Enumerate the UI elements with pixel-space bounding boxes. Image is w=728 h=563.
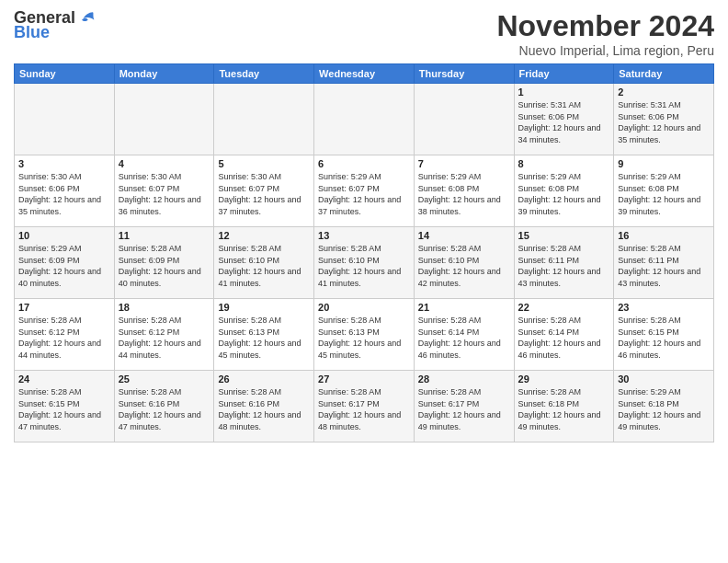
day-info: Sunrise: 5:28 AM Sunset: 6:10 PM Dayligh…: [418, 243, 510, 289]
day-number: 30: [618, 373, 710, 385]
day-info: Sunrise: 5:31 AM Sunset: 6:06 PM Dayligh…: [618, 99, 710, 145]
calendar-cell: 5Sunrise: 5:30 AM Sunset: 6:07 PM Daylig…: [214, 155, 314, 227]
day-number: 19: [218, 302, 310, 313]
day-info: Sunrise: 5:28 AM Sunset: 6:12 PM Dayligh…: [18, 315, 110, 361]
page: General Blue November 2024 Nuevo Imperia…: [0, 0, 728, 563]
col-header-sunday: Sunday: [15, 64, 115, 84]
calendar-cell: 9Sunrise: 5:29 AM Sunset: 6:08 PM Daylig…: [614, 155, 714, 227]
day-number: 28: [418, 373, 510, 385]
day-info: Sunrise: 5:29 AM Sunset: 6:18 PM Dayligh…: [618, 386, 710, 432]
day-info: Sunrise: 5:31 AM Sunset: 6:06 PM Dayligh…: [518, 99, 610, 145]
day-number: 10: [18, 230, 110, 241]
week-row-1: 1Sunrise: 5:31 AM Sunset: 6:06 PM Daylig…: [15, 84, 714, 155]
location-subtitle: Nuevo Imperial, Lima region, Peru: [496, 43, 714, 58]
day-number: 7: [418, 158, 510, 169]
day-number: 4: [119, 158, 210, 169]
day-number: 1: [518, 86, 610, 98]
calendar-cell: 1Sunrise: 5:31 AM Sunset: 6:06 PM Daylig…: [514, 84, 614, 155]
calendar-cell: 14Sunrise: 5:28 AM Sunset: 6:10 PM Dayli…: [414, 227, 514, 299]
calendar-cell: 22Sunrise: 5:28 AM Sunset: 6:14 PM Dayli…: [514, 299, 614, 371]
day-number: 21: [418, 302, 510, 313]
calendar-cell: [214, 84, 314, 155]
day-number: 24: [18, 373, 110, 385]
day-info: Sunrise: 5:28 AM Sunset: 6:17 PM Dayligh…: [418, 386, 510, 432]
calendar-cell: 30Sunrise: 5:29 AM Sunset: 6:18 PM Dayli…: [614, 371, 714, 442]
calendar-cell: 24Sunrise: 5:28 AM Sunset: 6:15 PM Dayli…: [15, 371, 115, 442]
day-info: Sunrise: 5:28 AM Sunset: 6:10 PM Dayligh…: [218, 243, 310, 289]
day-number: 11: [119, 230, 210, 241]
day-info: Sunrise: 5:28 AM Sunset: 6:18 PM Dayligh…: [518, 386, 610, 432]
day-info: Sunrise: 5:28 AM Sunset: 6:12 PM Dayligh…: [119, 315, 210, 361]
logo-bird-icon: [77, 9, 96, 28]
calendar-cell: 6Sunrise: 5:29 AM Sunset: 6:07 PM Daylig…: [314, 155, 415, 227]
day-number: 8: [518, 158, 610, 169]
day-info: Sunrise: 5:28 AM Sunset: 6:16 PM Dayligh…: [218, 386, 310, 432]
calendar-cell: 23Sunrise: 5:28 AM Sunset: 6:15 PM Dayli…: [614, 299, 714, 371]
col-header-tuesday: Tuesday: [214, 64, 314, 84]
day-info: Sunrise: 5:29 AM Sunset: 6:07 PM Dayligh…: [318, 171, 410, 217]
day-number: 16: [618, 230, 710, 241]
day-number: 26: [218, 373, 310, 385]
calendar-cell: 11Sunrise: 5:28 AM Sunset: 6:09 PM Dayli…: [114, 227, 214, 299]
day-info: Sunrise: 5:28 AM Sunset: 6:15 PM Dayligh…: [18, 386, 110, 432]
logo: General Blue: [14, 9, 96, 42]
calendar-cell: [114, 84, 214, 155]
day-info: Sunrise: 5:28 AM Sunset: 6:09 PM Dayligh…: [119, 243, 210, 289]
day-info: Sunrise: 5:28 AM Sunset: 6:13 PM Dayligh…: [218, 315, 310, 361]
col-header-monday: Monday: [114, 64, 214, 84]
month-title: November 2024: [496, 9, 714, 43]
day-number: 5: [218, 158, 310, 169]
calendar-cell: 29Sunrise: 5:28 AM Sunset: 6:18 PM Dayli…: [514, 371, 614, 442]
day-number: 17: [18, 302, 110, 313]
day-info: Sunrise: 5:28 AM Sunset: 6:11 PM Dayligh…: [618, 243, 710, 289]
calendar-cell: 19Sunrise: 5:28 AM Sunset: 6:13 PM Dayli…: [214, 299, 314, 371]
day-number: 18: [119, 302, 210, 313]
week-row-5: 24Sunrise: 5:28 AM Sunset: 6:15 PM Dayli…: [15, 371, 714, 442]
calendar-cell: [15, 84, 115, 155]
col-header-thursday: Thursday: [414, 64, 514, 84]
calendar-cell: 4Sunrise: 5:30 AM Sunset: 6:07 PM Daylig…: [114, 155, 214, 227]
day-number: 20: [318, 302, 410, 313]
header: General Blue November 2024 Nuevo Imperia…: [14, 9, 714, 58]
day-info: Sunrise: 5:28 AM Sunset: 6:10 PM Dayligh…: [318, 243, 410, 289]
day-number: 23: [618, 302, 710, 313]
day-number: 29: [518, 373, 610, 385]
calendar-cell: 21Sunrise: 5:28 AM Sunset: 6:14 PM Dayli…: [414, 299, 514, 371]
calendar-cell: 10Sunrise: 5:29 AM Sunset: 6:09 PM Dayli…: [15, 227, 115, 299]
calendar-cell: 16Sunrise: 5:28 AM Sunset: 6:11 PM Dayli…: [614, 227, 714, 299]
day-number: 13: [318, 230, 410, 241]
calendar-cell: 13Sunrise: 5:28 AM Sunset: 6:10 PM Dayli…: [314, 227, 415, 299]
day-info: Sunrise: 5:28 AM Sunset: 6:16 PM Dayligh…: [119, 386, 210, 432]
day-number: 25: [119, 373, 210, 385]
day-number: 12: [218, 230, 310, 241]
day-info: Sunrise: 5:30 AM Sunset: 6:06 PM Dayligh…: [18, 171, 110, 217]
week-row-3: 10Sunrise: 5:29 AM Sunset: 6:09 PM Dayli…: [15, 227, 714, 299]
calendar-cell: 18Sunrise: 5:28 AM Sunset: 6:12 PM Dayli…: [114, 299, 214, 371]
calendar-cell: 25Sunrise: 5:28 AM Sunset: 6:16 PM Dayli…: [114, 371, 214, 442]
day-number: 9: [618, 158, 710, 169]
week-row-2: 3Sunrise: 5:30 AM Sunset: 6:06 PM Daylig…: [15, 155, 714, 227]
day-info: Sunrise: 5:29 AM Sunset: 6:09 PM Dayligh…: [18, 243, 110, 289]
day-number: 22: [518, 302, 610, 313]
day-info: Sunrise: 5:28 AM Sunset: 6:15 PM Dayligh…: [618, 315, 710, 361]
calendar-cell: 8Sunrise: 5:29 AM Sunset: 6:08 PM Daylig…: [514, 155, 614, 227]
calendar-cell: 20Sunrise: 5:28 AM Sunset: 6:13 PM Dayli…: [314, 299, 415, 371]
day-info: Sunrise: 5:28 AM Sunset: 6:14 PM Dayligh…: [518, 315, 610, 361]
calendar-table: SundayMondayTuesdayWednesdayThursdayFrid…: [14, 63, 714, 442]
day-info: Sunrise: 5:28 AM Sunset: 6:11 PM Dayligh…: [518, 243, 610, 289]
week-row-4: 17Sunrise: 5:28 AM Sunset: 6:12 PM Dayli…: [15, 299, 714, 371]
col-header-friday: Friday: [514, 64, 614, 84]
day-number: 6: [318, 158, 410, 169]
title-block: November 2024 Nuevo Imperial, Lima regio…: [496, 9, 714, 58]
day-info: Sunrise: 5:29 AM Sunset: 6:08 PM Dayligh…: [518, 171, 610, 217]
day-number: 2: [618, 86, 710, 98]
day-info: Sunrise: 5:28 AM Sunset: 6:14 PM Dayligh…: [418, 315, 510, 361]
calendar-cell: 27Sunrise: 5:28 AM Sunset: 6:17 PM Dayli…: [314, 371, 415, 442]
calendar-cell: 12Sunrise: 5:28 AM Sunset: 6:10 PM Dayli…: [214, 227, 314, 299]
day-info: Sunrise: 5:30 AM Sunset: 6:07 PM Dayligh…: [218, 171, 310, 217]
calendar-cell: 3Sunrise: 5:30 AM Sunset: 6:06 PM Daylig…: [15, 155, 115, 227]
calendar-header-row: SundayMondayTuesdayWednesdayThursdayFrid…: [15, 64, 714, 84]
calendar-cell: 17Sunrise: 5:28 AM Sunset: 6:12 PM Dayli…: [15, 299, 115, 371]
calendar-cell: 26Sunrise: 5:28 AM Sunset: 6:16 PM Dayli…: [214, 371, 314, 442]
day-number: 15: [518, 230, 610, 241]
